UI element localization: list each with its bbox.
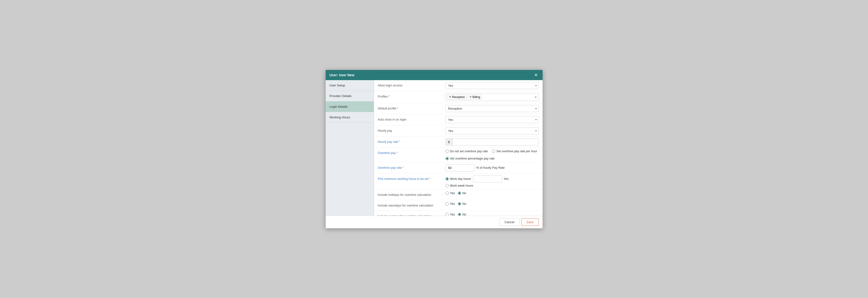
radio-no-overtime[interactable]	[445, 150, 449, 153]
form-row-profiles: Profiles *:✕Reception✕Billing▾	[374, 91, 542, 103]
separator-default-profile: :	[441, 105, 445, 110]
form-label-pick-min-hours: Pick minimum working hours to be set *	[378, 175, 441, 181]
yn-option-holidays-overtime-yes[interactable]: Yes	[445, 191, 455, 195]
form-control-saturdays-overtime: YesNo	[445, 202, 539, 206]
form-label-profiles: Profiles *	[378, 93, 441, 99]
separator-sundays-overtime: :	[441, 213, 445, 216]
radio-sundays-overtime-yes[interactable]	[445, 213, 449, 216]
modal-footer: Cancel Save	[326, 216, 542, 228]
form-row-hourly-pay-rate: Hourly pay rate *:$	[374, 137, 542, 148]
overtime-rate-input[interactable]	[445, 164, 474, 171]
form-control-holidays-overtime: YesNo	[445, 191, 539, 195]
select-hourly-pay[interactable]: YesNo	[445, 127, 539, 134]
select-wrapper-auto-clock: YesNo▾	[445, 116, 539, 123]
yn-label-yes: Yes	[450, 191, 455, 195]
yn-label-yes: Yes	[450, 202, 455, 206]
work-hours-label-work-week: Work week hours	[450, 184, 473, 187]
yn-option-saturdays-overtime-yes[interactable]: Yes	[445, 202, 455, 206]
hourly-pay-rate-input[interactable]	[453, 139, 538, 145]
tag-label: Billing	[472, 96, 480, 99]
work-hours-row-work-week: Work week hours	[445, 184, 539, 187]
form-row-saturdays-overtime: Include saturdays for overtime calculati…	[374, 200, 542, 211]
form-row-auto-clock: Auto clock in on login:YesNo▾	[374, 114, 542, 126]
form-control-profiles: ✕Reception✕Billing▾	[445, 93, 539, 101]
form-control-sundays-overtime: YesNo	[445, 213, 539, 216]
radio-saturdays-overtime-no[interactable]	[458, 202, 461, 206]
form-row-pick-min-hours: Pick minimum working hours to be set *:W…	[374, 173, 542, 190]
modal-title: User: User New	[330, 73, 354, 77]
overtime-option-no-overtime[interactable]: Do not set overtime pay rate	[445, 150, 488, 153]
sidebar-item-provider-details[interactable]: Provider Details	[326, 91, 374, 102]
separator-hourly-pay-rate: :	[441, 138, 445, 143]
work-hours-option-work-day[interactable]: Work day hours	[445, 177, 471, 181]
currency-prefix: $	[446, 139, 453, 145]
yn-option-sundays-overtime-no[interactable]: No	[458, 213, 466, 216]
radio-sundays-overtime-no[interactable]	[458, 213, 461, 216]
select-wrapper-allow-login: YesNo▾	[445, 82, 539, 89]
select-default-profile[interactable]: ReceptionBilling	[445, 105, 539, 112]
tag-reception: ✕Reception	[447, 94, 467, 100]
work-hours-label-work-day: Work day hours	[450, 177, 471, 181]
yn-option-sundays-overtime-yes[interactable]: Yes	[445, 213, 455, 216]
modal: User: User New ✕ User SetupProvider Deta…	[326, 70, 543, 228]
separator-overtime-pay: :	[441, 150, 445, 155]
radio-work-day[interactable]	[445, 177, 449, 181]
overtime-radio-group: Do not set overtime pay rateSet overtime…	[445, 150, 539, 160]
tags-field-profiles[interactable]: ✕Reception✕Billing▾	[445, 93, 539, 101]
tag-remove-billing[interactable]: ✕	[469, 96, 471, 99]
form-control-pick-min-hours: Work day hoursHrsWork week hours	[445, 175, 539, 187]
overtime-option-percentage[interactable]: Set overtime percentage pay rate	[445, 157, 495, 160]
form-control-hourly-pay-rate: $	[445, 138, 539, 145]
form-row-overtime-pay-rate: Overtime pay rate *:% of hourly Pay Rate	[374, 162, 542, 173]
yn-label-no: No	[462, 213, 466, 216]
form-label-auto-clock: Auto clock in on login	[378, 116, 441, 122]
yn-group-saturdays-overtime: YesNo	[445, 202, 466, 206]
radio-percentage[interactable]	[445, 157, 449, 160]
yn-group-holidays-overtime: YesNo	[445, 191, 466, 195]
sidebar-item-working-hours[interactable]: Working Hours	[326, 112, 374, 123]
form-control-allow-login: YesNo▾	[445, 82, 539, 89]
yn-option-saturdays-overtime-no[interactable]: No	[458, 202, 466, 206]
work-day-hrs-input[interactable]	[473, 175, 502, 183]
overtime-option-label-no-overtime: Do not set overtime pay rate	[450, 150, 488, 153]
radio-saturdays-overtime-yes[interactable]	[445, 202, 449, 206]
yn-label-no: No	[462, 202, 466, 206]
radio-work-week[interactable]	[445, 184, 449, 187]
close-button[interactable]: ✕	[533, 72, 539, 78]
form-row-overtime-pay: Overtime pay *:Do not set overtime pay r…	[374, 148, 542, 162]
yn-option-holidays-overtime-no[interactable]: No	[458, 191, 466, 195]
yn-group-sundays-overtime: YesNo	[445, 213, 466, 216]
radio-holidays-overtime-yes[interactable]	[445, 191, 449, 195]
overtime-option-label-per-hour: Set overtime pay rate per hour	[496, 150, 537, 153]
select-allow-login[interactable]: YesNo	[445, 82, 539, 89]
form-control-overtime-pay-rate: % of hourly Pay Rate	[445, 164, 539, 171]
separator-hourly-pay: :	[441, 127, 445, 132]
work-hours-option-work-week[interactable]: Work week hours	[445, 184, 473, 187]
yn-label-no: No	[462, 191, 466, 195]
work-hours-row-work-day: Work day hoursHrs	[445, 175, 539, 183]
form-row-sundays-overtime: Include sundays for overtime calculation…	[374, 211, 542, 216]
separator-overtime-pay-rate: :	[441, 164, 445, 169]
form-label-overtime-pay-rate: Overtime pay rate *	[378, 164, 441, 170]
overtime-option-per-hour[interactable]: Set overtime pay rate per hour	[492, 150, 537, 153]
sidebar-item-login-details[interactable]: Login Details	[326, 102, 374, 112]
modal-header: User: User New ✕	[326, 70, 542, 80]
form-label-default-profile: Default profile *	[378, 105, 441, 111]
separator-profiles: :	[441, 93, 445, 98]
form-control-overtime-pay: Do not set overtime pay rateSet overtime…	[445, 150, 539, 160]
hrs-label: Hrs	[504, 177, 508, 181]
select-auto-clock[interactable]: YesNo	[445, 116, 539, 123]
radio-holidays-overtime-no[interactable]	[458, 191, 461, 195]
form-label-holidays-overtime: Include holidays for overtime calculatio…	[378, 191, 441, 197]
separator-saturdays-overtime: :	[441, 202, 445, 207]
radio-per-hour[interactable]	[492, 150, 495, 153]
cancel-button[interactable]: Cancel	[499, 218, 519, 226]
sidebar: User SetupProvider DetailsLogin DetailsW…	[326, 80, 374, 216]
form-control-auto-clock: YesNo▾	[445, 116, 539, 123]
sidebar-item-user-setup[interactable]: User Setup	[326, 80, 374, 91]
currency-input-wrapper: $	[445, 138, 539, 145]
save-button[interactable]: Save	[521, 218, 539, 226]
tag-remove-reception[interactable]: ✕	[449, 96, 451, 99]
chevron-down-icon: ▾	[535, 96, 536, 99]
form-control-hourly-pay: YesNo▾	[445, 127, 539, 134]
